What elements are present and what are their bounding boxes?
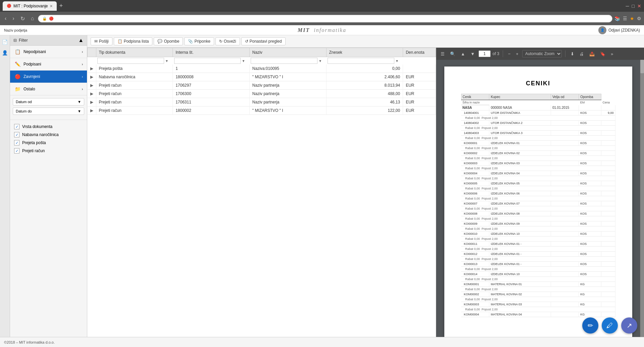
- filter-naziv-input[interactable]: [251, 58, 317, 64]
- table-row[interactable]: ▶ Prejeta pošta 1 Naziva:010095 0,00: [88, 64, 436, 73]
- checkbox-item-vrsta_dokumenta[interactable]: ✓ Vrsta dokumenta: [14, 123, 83, 131]
- table-row[interactable]: ▶ Prejeti račun 1706300 Naziv partnerja …: [88, 90, 436, 98]
- settings-icon[interactable]: ⚙: [637, 16, 641, 21]
- fab-arrow-btn[interactable]: ↗: [621, 317, 637, 334]
- pdf-row: KOI00003 IZDELEK KOVINA 03 KOS: [461, 161, 615, 166]
- pdf-vertical-scrollbar[interactable]: [640, 60, 644, 347]
- pdf-cell-rabat: Rabat 0,00 Popust 2,00: [461, 206, 615, 211]
- th-interna-st[interactable]: Interna št.: [173, 48, 250, 57]
- pdf-row: KOI00013 IZDELEK KOVINA 01 - KOS: [461, 262, 615, 267]
- maximize-btn[interactable]: □: [632, 3, 635, 9]
- filter-interna-dropdown[interactable]: ▼: [242, 59, 245, 63]
- fab-pen-btn[interactable]: ✏: [582, 317, 598, 334]
- refresh-btn[interactable]: ↻: [18, 14, 27, 23]
- checkbox-item-prejeta_posta[interactable]: ✓ Prejeta pošta: [14, 139, 83, 147]
- address-bar[interactable]: 🔒 🔴: [38, 15, 612, 23]
- pdf-bookmark-btn[interactable]: 🔖: [598, 50, 607, 57]
- osveži-button[interactable]: ↻ Osveži: [215, 37, 240, 45]
- table-container[interactable]: Tip dokumenta Interna št. Naziv Znesek D…: [87, 48, 436, 343]
- filter-toggle-icon[interactable]: ▲: [78, 37, 84, 43]
- table-row[interactable]: ▶ Nabavna naročilnica 18000008 " MIZARST…: [88, 73, 436, 81]
- pdf-page-input[interactable]: [479, 50, 491, 57]
- th-den-enota[interactable]: Den.enota: [403, 48, 436, 57]
- browser-tab[interactable]: 🔴 MIT : Podpisovanje ×: [3, 1, 57, 11]
- filter-znesek[interactable]: ▼: [326, 57, 403, 65]
- th-naziv[interactable]: Naziv: [249, 48, 326, 57]
- checkbox-item-prejeti_racun[interactable]: ✓ Prejeti račun: [14, 147, 83, 155]
- menu-icon[interactable]: ☰: [623, 16, 627, 21]
- pdf-row: KOI00001 IZDELEK KOVINA 01 KOS: [461, 141, 615, 146]
- ponastavi-pregled-button[interactable]: ↺ Ponastavi pregled: [241, 37, 286, 45]
- bookmark-star-icon[interactable]: ★: [630, 16, 634, 21]
- filter-tip-input[interactable]: [97, 58, 164, 64]
- th-znesek[interactable]: Znesek: [326, 48, 403, 57]
- filter-tip[interactable]: ▼: [96, 57, 173, 65]
- pdf-zoom-out-btn[interactable]: −: [506, 50, 512, 57]
- pdf-row: KOI00007 IZDELEK KOVINA 07 KOS: [461, 201, 615, 206]
- th-tip-dokumenta[interactable]: Tip dokumenta: [96, 48, 173, 57]
- filter-naziv[interactable]: ▼: [249, 57, 326, 65]
- row-expand-4[interactable]: ▶: [88, 98, 96, 106]
- opombe-button[interactable]: 💬 Opombe: [154, 37, 183, 45]
- filter-interna[interactable]: ▼: [173, 57, 250, 65]
- fab-stamp-btn[interactable]: 🖊: [602, 317, 618, 334]
- pdf-sidebar-toggle[interactable]: ☰: [439, 50, 446, 57]
- pdf-cell-subvelja: [551, 191, 579, 196]
- podpisna-lista-button[interactable]: 📋 Podpisna lista: [114, 37, 153, 45]
- pdf-download-btn[interactable]: ⬇: [569, 50, 576, 57]
- table-area: Tip dokumenta Interna št. Naziv Znesek D…: [87, 48, 436, 347]
- pdf-zoom-in-btn[interactable]: +: [514, 50, 520, 57]
- nav-item-ostalo[interactable]: 📁 Ostalo ›: [10, 83, 87, 95]
- close-btn[interactable]: ✕: [637, 3, 641, 9]
- table-row[interactable]: ▶ Prejeti račun 1706311 Naziv partnerja …: [88, 98, 436, 106]
- row-expand-2[interactable]: ▶: [88, 81, 96, 90]
- filter-interna-input[interactable]: [174, 58, 241, 64]
- nav-item-nepodpisani[interactable]: 📋 Nepodpisani ›: [10, 46, 87, 58]
- minimize-btn[interactable]: ─: [626, 3, 629, 9]
- row-expand-0[interactable]: ▶: [88, 64, 96, 73]
- home-btn[interactable]: ⌂: [29, 14, 36, 23]
- new-tab-btn[interactable]: +: [59, 2, 63, 9]
- pdf-sep-1: [503, 50, 503, 57]
- filter-naziv-dropdown[interactable]: ▼: [318, 59, 322, 63]
- filter-znesek-dropdown[interactable]: ▼: [395, 59, 399, 63]
- filter-znesek-input[interactable]: [328, 58, 394, 64]
- date-od-input[interactable]: Datum od ▼: [13, 98, 84, 105]
- pdf-cell-subem: KOS: [579, 211, 601, 216]
- pdf-cell-subem: KOS: [579, 161, 601, 166]
- pdf-print-btn[interactable]: 🖨: [578, 50, 586, 57]
- row-expand-1[interactable]: ▶: [88, 73, 96, 81]
- pdf-search-btn[interactable]: 🔍: [448, 50, 457, 57]
- table-row[interactable]: ▶ Prejeti račun 1800002 " MIZARSTVO " I …: [88, 106, 436, 115]
- nav-item-zavrnjeni[interactable]: 🔴 Zavrnjeni ›: [10, 71, 87, 83]
- forward-btn[interactable]: ›: [10, 14, 16, 23]
- back-btn[interactable]: ‹: [3, 14, 8, 23]
- sidebar-icon-2[interactable]: 👤: [1, 49, 9, 57]
- nav-item-podpisani[interactable]: ✏️ Podpisani ›: [10, 58, 87, 71]
- row-den-5: EUR: [403, 106, 436, 115]
- row-expand-5[interactable]: ▶: [88, 106, 96, 115]
- sidebar-icon-1[interactable]: 📄: [1, 38, 9, 46]
- date-do-input[interactable]: Datum do ▼: [13, 107, 84, 115]
- filter-tip-dropdown[interactable]: ▼: [165, 59, 168, 63]
- pdf-prev-btn[interactable]: ▲: [459, 50, 467, 57]
- user-initials: 👤: [600, 28, 604, 32]
- bookmarks-icon[interactable]: 📚: [614, 16, 620, 21]
- pdf-scrollbar-thumb[interactable]: [640, 60, 644, 73]
- pošlji-button[interactable]: ✉ Pošlji: [91, 37, 112, 45]
- user-menu[interactable]: 👤 Odjavi (ZDENKA): [598, 26, 640, 34]
- pdf-share-btn[interactable]: 📤: [588, 50, 596, 57]
- pdf-zoom-select[interactable]: Automatic Zoom: [522, 50, 562, 57]
- app-logo: MIT informatika: [298, 27, 346, 33]
- table-row[interactable]: ▶ Prejeti račun 1706297 Naziv partnerja …: [88, 81, 436, 90]
- pdf-table-subheader: Šifra in naziv EM Cena: [461, 100, 615, 105]
- pdf-cell-subvelja: [551, 262, 579, 267]
- pdf-more-btn[interactable]: »: [609, 50, 615, 57]
- pdf-scroll-area[interactable]: CENIKI Cenik Kupec Velja od Opomba: [436, 60, 640, 347]
- row-expand-3[interactable]: ▶: [88, 90, 96, 98]
- priponke-button[interactable]: 📎 Priponke: [184, 37, 214, 45]
- row-type-4: Prejeti račun: [96, 98, 173, 106]
- checkbox-item-nabavna_narocilnica[interactable]: ✓ Nabavna naročilnica: [14, 131, 83, 139]
- pdf-next-btn[interactable]: ▼: [469, 50, 477, 57]
- tab-close-btn[interactable]: ×: [50, 3, 53, 9]
